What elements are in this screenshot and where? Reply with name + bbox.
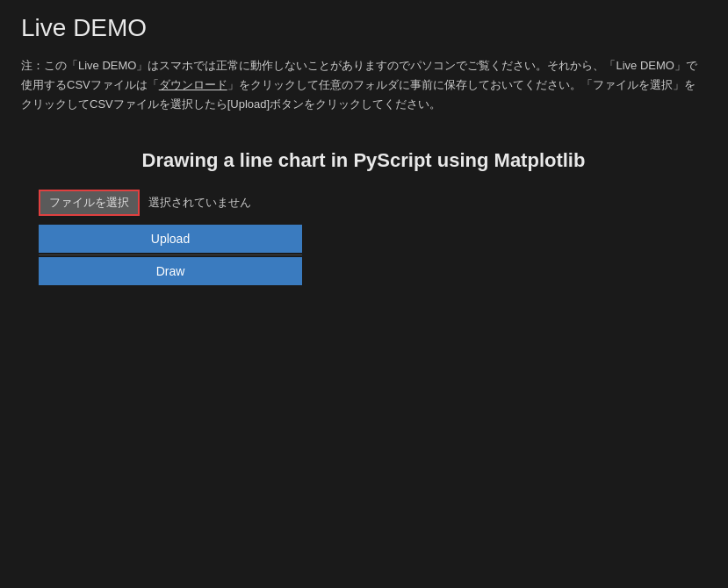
divider	[39, 255, 302, 255]
file-input-row: ファイルを選択 選択されていません	[39, 190, 688, 216]
file-status-text: 選択されていません	[148, 195, 251, 211]
demo-container: Drawing a line chart in PyScript using M…	[21, 149, 706, 285]
note-text: 注：この「Live DEMO」はスマホでは正常に動作しないことがありますのでパソ…	[21, 56, 706, 114]
upload-button[interactable]: Upload	[39, 225, 302, 253]
file-choose-button[interactable]: ファイルを選択	[39, 190, 140, 216]
page-title: Live DEMO	[21, 14, 707, 42]
demo-title: Drawing a line chart in PyScript using M…	[39, 149, 688, 172]
draw-button[interactable]: Draw	[39, 257, 302, 285]
download-link[interactable]: ダウンロード	[159, 78, 227, 91]
